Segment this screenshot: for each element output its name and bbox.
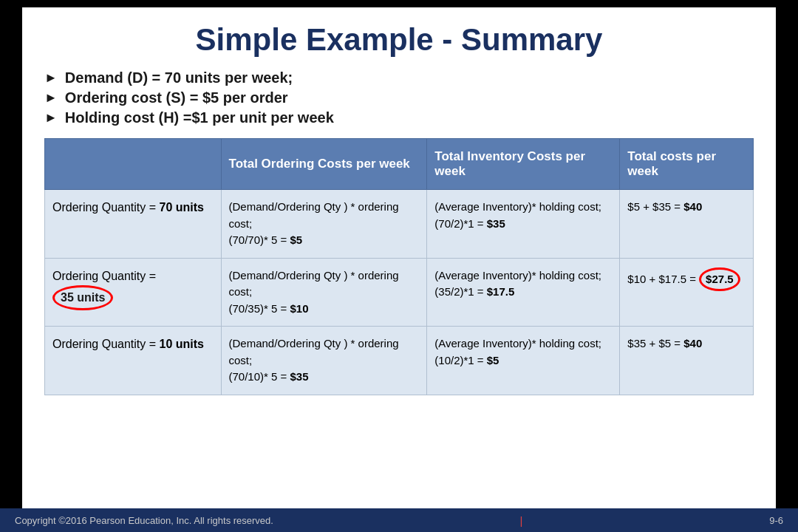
bullet-1: ► Demand (D) = 70 units per week; (44, 69, 754, 86)
row3-col1: Ordering Quantity = 10 units (45, 327, 222, 395)
bullet-arrow-2: ► (44, 90, 58, 106)
row1-col1: Ordering Quantity = 70 units (45, 190, 222, 259)
col-header-0 (45, 139, 222, 190)
table-header-row: Total Ordering Costs per week Total Inve… (45, 139, 754, 190)
slide-title: Simple Example - Summary (44, 22, 754, 58)
row3-col4: $35 + $5 = $40 (620, 327, 754, 395)
row2-col3: (Average Inventory)* holding cost;(35/2)… (427, 258, 620, 327)
col-header-1: Total Ordering Costs per week (221, 139, 427, 190)
bullet-3: ► Holding cost (H) =$1 per unit per week (44, 109, 754, 126)
row2-col2: (Demand/Ordering Qty ) * ordering cost;(… (221, 258, 427, 327)
row1-col3: (Average Inventory)* holding cost;(70/2)… (427, 190, 620, 259)
row2-total-circled: $27.5 (699, 267, 740, 292)
col-header-2: Total Inventory Costs per week (427, 139, 620, 190)
row2-col4: $10 + $17.5 = $27.5 (620, 258, 754, 327)
bullet-arrow-3: ► (44, 110, 58, 126)
footer-page: 9-6 (769, 515, 783, 526)
col-header-3: Total costs per week (620, 139, 754, 190)
bullet-list: ► Demand (D) = 70 units per week; ► Orde… (44, 69, 754, 126)
row3-col2: (Demand/Ordering Qty ) * ordering cost;(… (221, 327, 427, 395)
bullet-2: ► Ordering cost (S) = $5 per order (44, 89, 754, 106)
summary-table: Total Ordering Costs per week Total Inve… (44, 138, 754, 395)
row1-col4: $5 + $35 = $40 (620, 190, 754, 259)
row1-col2: (Demand/Ordering Qty ) * ordering cost;(… (221, 190, 427, 259)
bullet-arrow-1: ► (44, 70, 58, 86)
row3-qty: 10 units (160, 338, 204, 350)
row2-qty-circled: 35 units (52, 285, 113, 310)
row1-qty: 70 units (160, 201, 204, 214)
footer-bar: Copyright ©2016 Pearson Education, Inc. … (0, 508, 798, 532)
slide: Simple Example - Summary ► Demand (D) = … (22, 7, 776, 521)
table-row: Ordering Quantity = 10 units (Demand/Ord… (45, 327, 754, 395)
footer-copyright: Copyright ©2016 Pearson Education, Inc. … (15, 515, 273, 526)
table-row: Ordering Quantity = 70 units (Demand/Ord… (45, 190, 754, 259)
footer-divider: | (520, 514, 523, 527)
row2-col1: Ordering Quantity = 35 units (45, 258, 222, 327)
row3-col3: (Average Inventory)* holding cost;(10/2)… (427, 327, 620, 395)
table-row: Ordering Quantity = 35 units (Demand/Ord… (45, 258, 754, 327)
